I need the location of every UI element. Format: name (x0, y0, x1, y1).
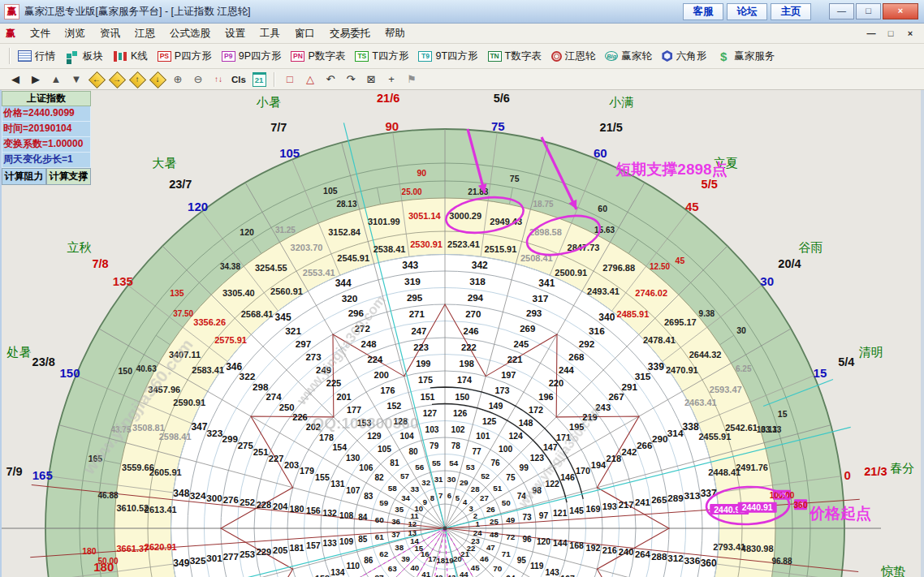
triangle-tool-icon[interactable]: △ (301, 71, 319, 88)
svg-text:47: 47 (486, 543, 495, 552)
svg-text:2898.58: 2898.58 (529, 227, 562, 237)
maximize-button[interactable]: □ (856, 3, 881, 19)
toolbar-item-行情[interactable]: 行情 (13, 50, 60, 63)
svg-text:349: 349 (173, 558, 189, 569)
main-toolbar: 行情板块K线PSP四方形P99P四方形PNP数字表TST四方形T99T四方形TN… (0, 44, 924, 69)
toolbar-item-T数字表[interactable]: TNT数字表 (483, 50, 546, 63)
diamond-up-icon[interactable]: ↑ (128, 71, 146, 88)
svg-text:41: 41 (421, 570, 430, 577)
child-minimize-button[interactable]: — (864, 28, 879, 39)
svg-text:2553.41: 2553.41 (303, 268, 335, 278)
box-x-icon[interactable]: ⊠ (362, 71, 380, 88)
svg-text:337: 337 (701, 488, 717, 499)
close-button[interactable]: × (883, 3, 918, 19)
toolbar-label-江恩轮: 江恩轮 (565, 50, 596, 63)
svg-text:处暑: 处暑 (6, 345, 31, 359)
minimize-button[interactable]: — (829, 3, 854, 19)
pin-icon[interactable]: ⚑ (403, 71, 421, 88)
svg-text:72: 72 (506, 532, 515, 541)
titlebar-link-主页[interactable]: 主页 (771, 3, 811, 20)
toolbar-item-江恩轮[interactable]: 江恩轮 (546, 50, 601, 63)
child-restore-button[interactable]: □ (883, 28, 898, 39)
menu-item-设置[interactable]: 设置 (218, 27, 253, 41)
arrow-right-icon[interactable]: ▶ (27, 71, 45, 88)
svg-text:242: 242 (621, 447, 637, 457)
svg-text:2644.32: 2644.32 (689, 350, 722, 360)
kline-icon (113, 50, 127, 62)
toolbar-item-P四方形[interactable]: PSP四方形 (153, 50, 217, 63)
diamond-down-icon[interactable]: ↓ (149, 71, 166, 88)
svg-text:38: 38 (395, 543, 404, 552)
diamond-right-icon[interactable]: → (108, 71, 126, 88)
svg-text:121: 121 (553, 509, 568, 518)
toolbar-item-板块[interactable]: 板块 (60, 50, 108, 63)
svg-text:105: 105 (279, 146, 300, 160)
svg-text:77: 77 (472, 447, 481, 456)
menu-item-江恩[interactable]: 江恩 (127, 27, 162, 41)
svg-text:18: 18 (436, 556, 445, 565)
menu-item-公式选股[interactable]: 公式选股 (162, 27, 218, 41)
menu-item-窗口[interactable]: 窗口 (287, 27, 322, 41)
crosshair-icon[interactable]: + (382, 71, 400, 88)
toolbar-item-赢家服务[interactable]: $赢家服务 (711, 50, 779, 63)
svg-text:197: 197 (501, 370, 516, 380)
svg-text:145: 145 (569, 506, 584, 515)
toolbar-item-六角形[interactable]: 六角形 (657, 50, 712, 63)
svg-text:289: 289 (667, 493, 684, 503)
winner-wheel-icon: Big (605, 51, 618, 61)
calc-resistance-button[interactable]: 计算阻力 (2, 168, 46, 185)
calendar-icon[interactable]: 21 (250, 71, 268, 88)
toolbar-label-9P四方形: 9P四方形 (239, 50, 282, 63)
svg-text:205: 205 (273, 545, 287, 555)
toolbar-item-T四方形[interactable]: TST四方形 (350, 50, 413, 63)
toolbar-item-P数字表[interactable]: PNP数字表 (286, 50, 350, 63)
titlebar-link-客服[interactable]: 客服 (683, 3, 723, 20)
toolbar-item-K线[interactable]: K线 (108, 50, 153, 63)
arrow-down-icon[interactable]: ▼ (67, 71, 85, 88)
toolbar-item-9P四方形[interactable]: P99P四方形 (217, 50, 287, 63)
svg-text:48: 48 (490, 530, 499, 539)
diamond-left-icon[interactable]: ← (88, 71, 106, 88)
svg-text:20/4: 20/4 (778, 257, 801, 270)
svg-text:7/8: 7/8 (92, 257, 108, 270)
svg-text:5/4: 5/4 (838, 355, 854, 368)
svg-text:2590.91: 2590.91 (173, 398, 205, 407)
toolbar-item-赢家轮[interactable]: Big赢家轮 (600, 50, 657, 63)
zoom-in-icon[interactable]: ⊕ (169, 71, 187, 88)
child-close-button[interactable]: × (903, 28, 918, 39)
rotate-cw-icon[interactable]: ↷ (342, 71, 360, 88)
svg-text:109: 109 (339, 537, 353, 546)
svg-text:322: 322 (240, 371, 256, 382)
updown-icon[interactable]: ↑↓ (209, 71, 227, 88)
svg-text:70: 70 (493, 564, 502, 573)
menu-item-浏览[interactable]: 浏览 (58, 27, 93, 41)
menu-item-工具[interactable]: 工具 (253, 27, 287, 41)
menu-item-帮助[interactable]: 帮助 (378, 27, 412, 41)
calc-support-button[interactable]: 计算支撑 (46, 168, 91, 185)
svg-text:216: 216 (602, 545, 617, 555)
svg-text:275: 275 (238, 441, 254, 450)
svg-text:30: 30 (760, 274, 774, 288)
svg-text:157: 157 (306, 540, 321, 550)
menu-item-资讯[interactable]: 资讯 (93, 27, 127, 41)
svg-text:83: 83 (364, 492, 373, 501)
cls-button[interactable]: Cls (230, 71, 248, 88)
menu-item-文件[interactable]: 文件 (23, 27, 58, 41)
svg-text:39: 39 (401, 554, 410, 563)
arrow-up-icon[interactable]: ▲ (47, 71, 65, 88)
svg-text:271: 271 (409, 309, 425, 319)
arrow-left-icon[interactable]: ◀ (6, 71, 24, 88)
svg-text:180: 180 (93, 560, 114, 574)
svg-text:120: 120 (188, 200, 208, 213)
svg-text:44: 44 (460, 570, 468, 577)
rotate-ccw-icon[interactable]: ↶ (322, 71, 339, 88)
svg-text:123: 123 (530, 454, 545, 463)
gann-wheel[interactable]: 1234567891011121314151617181920212223242… (0, 90, 924, 577)
square-tool-icon[interactable]: □ (281, 71, 299, 88)
zoom-out-icon[interactable]: ⊖ (189, 71, 207, 88)
titlebar-link-论坛[interactable]: 论坛 (727, 3, 767, 20)
menu-item-交易委托[interactable]: 交易委托 (322, 27, 378, 41)
svg-text:150: 150 (119, 366, 133, 376)
svg-text:2542.61: 2542.61 (725, 423, 758, 433)
toolbar-item-9T四方形[interactable]: T99T四方形 (413, 50, 482, 63)
